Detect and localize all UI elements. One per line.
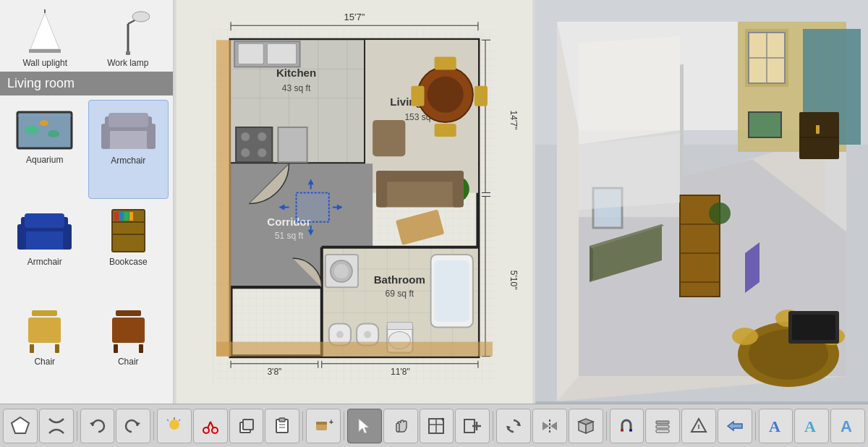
- svg-text:A: A: [769, 417, 780, 435]
- svg-rect-198: [243, 420, 253, 430]
- svg-text:3'8": 3'8": [267, 367, 281, 377]
- armchair-grey-icon: [95, 103, 161, 154]
- svg-rect-101: [475, 86, 488, 106]
- chair-yellow-label: Chair: [34, 357, 55, 367]
- svg-text:+: +: [329, 418, 333, 426]
- magnet-button[interactable]: [610, 409, 644, 443]
- hand-tool-button[interactable]: [383, 409, 418, 443]
- separator-4: [344, 412, 344, 440]
- svg-text:+: +: [441, 416, 444, 423]
- sidebar-item-armchair-grey[interactable]: Armchair: [88, 100, 169, 199]
- arrow-tool-button[interactable]: [718, 409, 752, 443]
- svg-rect-111: [278, 127, 307, 162]
- svg-point-110: [258, 148, 266, 157]
- flip-button[interactable]: [532, 409, 567, 443]
- svg-rect-21: [63, 224, 72, 250]
- layers-button[interactable]: [645, 409, 680, 443]
- undo-button[interactable]: [80, 409, 115, 443]
- separator-7: [755, 412, 756, 440]
- svg-text:15'7": 15'7": [344, 12, 365, 22]
- text-style2-button[interactable]: A: [794, 409, 829, 443]
- svg-rect-34: [55, 344, 59, 353]
- chair-yellow-icon: [12, 305, 77, 355]
- svg-rect-105: [267, 43, 296, 64]
- svg-rect-225: [656, 421, 669, 424]
- svg-point-107: [241, 132, 250, 141]
- svg-rect-116: [376, 171, 387, 207]
- svg-rect-226: [656, 425, 669, 428]
- svg-line-196: [210, 422, 213, 428]
- floorplan-area[interactable]: 15'7" 14'7" 29 sq ft 5'10" 3'8" 11'8": [174, 0, 535, 404]
- svg-rect-27: [114, 212, 119, 221]
- svg-rect-99: [435, 56, 456, 69]
- view3d-svg: [535, 0, 868, 401]
- sidebar-item-armchair-blue[interactable]: Armchair: [4, 202, 85, 299]
- svg-text:51 sq ft: 51 sq ft: [275, 231, 304, 241]
- svg-rect-102: [411, 86, 424, 106]
- armchair-grey-label: Armchair: [111, 156, 145, 166]
- svg-rect-106: [236, 127, 272, 162]
- bookcase-icon: [95, 205, 161, 255]
- svg-point-9: [25, 126, 39, 135]
- add-furniture-button[interactable]: +: [306, 409, 341, 443]
- svg-point-10: [48, 130, 59, 137]
- svg-rect-200: [279, 418, 285, 422]
- svg-point-98: [427, 77, 464, 113]
- separator-3: [302, 412, 303, 440]
- svg-rect-182: [799, 112, 839, 159]
- floorplan-svg[interactable]: 15'7" 14'7" 29 sq ft 5'10" 3'8" 11'8": [174, 0, 535, 404]
- copy-button[interactable]: [229, 409, 264, 443]
- svg-line-191: [179, 420, 180, 421]
- svg-rect-100: [435, 124, 456, 137]
- svg-point-179: [709, 203, 731, 224]
- rotate-button[interactable]: [496, 409, 531, 443]
- svg-point-109: [241, 148, 250, 157]
- svg-marker-206: [359, 419, 369, 433]
- stamp-button[interactable]: [157, 409, 192, 443]
- svg-rect-142: [216, 342, 493, 357]
- svg-rect-33: [30, 344, 34, 353]
- svg-text:69 sq ft: 69 sq ft: [386, 289, 414, 299]
- svg-rect-37: [114, 344, 118, 353]
- separator-6: [606, 412, 607, 440]
- text-style3-button[interactable]: A: [830, 409, 865, 443]
- svg-rect-122: [297, 193, 328, 221]
- zoom-room-button[interactable]: +: [420, 409, 454, 443]
- chair-brown-icon: [95, 305, 161, 355]
- svg-rect-36: [112, 318, 145, 343]
- perspective-button[interactable]: [569, 409, 603, 443]
- svg-rect-207: [396, 423, 399, 432]
- cut-button[interactable]: [193, 409, 228, 443]
- sidebar-item-work-lamp[interactable]: Work lamp: [99, 7, 157, 68]
- sidebar: Wall uplight Work lamp Living room: [0, 0, 174, 404]
- svg-text:11'8": 11'8": [391, 367, 410, 377]
- sidebar-item-chair-yellow[interactable]: Chair: [4, 302, 85, 399]
- paste-button[interactable]: [265, 409, 299, 443]
- chair-brown-label: Chair: [118, 357, 139, 367]
- text-style1-button[interactable]: A: [759, 409, 793, 443]
- separator-5: [493, 412, 493, 440]
- armchair-blue-label: Armchair: [27, 257, 62, 267]
- wall-uplight-label: Wall uplight: [22, 58, 67, 68]
- sidebar-item-wall-uplight[interactable]: Wall uplight: [16, 7, 74, 68]
- select-tool-button[interactable]: [347, 409, 382, 443]
- svg-point-165: [732, 328, 758, 345]
- svg-rect-28: [119, 212, 123, 221]
- aquarium-icon: [12, 103, 77, 153]
- svg-rect-31: [32, 310, 57, 316]
- svg-rect-35: [116, 310, 141, 316]
- scissors-tool-button[interactable]: [39, 409, 74, 443]
- measure-button[interactable]: [681, 409, 716, 443]
- sidebar-item-aquarium[interactable]: Aquarium: [4, 100, 85, 199]
- sidebar-item-chair-brown[interactable]: Chair: [88, 302, 169, 399]
- armchair-blue-icon: [12, 205, 77, 255]
- svg-rect-22: [25, 213, 64, 228]
- svg-rect-6: [126, 51, 130, 55]
- svg-rect-204: [316, 422, 327, 425]
- add-room-button[interactable]: [455, 409, 490, 443]
- sidebar-item-bookcase[interactable]: Bookcase: [88, 202, 169, 299]
- svg-point-108: [258, 132, 266, 141]
- separator-1: [77, 412, 77, 440]
- select-all-button[interactable]: [3, 409, 38, 443]
- redo-button[interactable]: [116, 409, 150, 443]
